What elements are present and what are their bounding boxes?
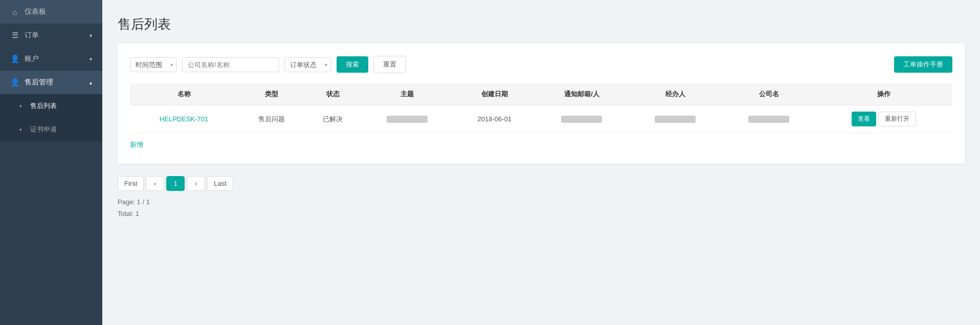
first-page-button[interactable]: First	[118, 176, 144, 191]
add-link[interactable]: 新增	[130, 133, 143, 151]
page-title: 售后列表	[118, 15, 965, 33]
search-button[interactable]: 搜索	[337, 56, 368, 73]
manual-button[interactable]: 工单操作手册	[894, 56, 952, 73]
helpdesk-link[interactable]: HELPDESK-701	[160, 115, 208, 123]
table-row: HELPDESK-701 售后问题 已解决 2018-06-01	[130, 105, 952, 133]
sidebar-item-aftersale-list[interactable]: 售后列表	[0, 94, 102, 118]
company-name-input[interactable]	[182, 57, 279, 72]
table-header-row: 名称 类型 状态 主题 创建日期 通知邮箱/人 经办人 公司名 操作	[130, 83, 952, 105]
last-page-button[interactable]: Last	[207, 176, 233, 191]
handler-blurred	[655, 116, 696, 123]
chevron-down-icon: ▾	[90, 56, 92, 62]
cell-subject	[361, 105, 454, 133]
prev-page-button[interactable]: ‹	[146, 176, 164, 191]
cell-type: 售后问题	[238, 105, 305, 133]
chevron-down-icon: ▾	[90, 33, 92, 38]
content-card: 时间范围 ▾ 订单状态 ▾ 搜索 重置 工单操作手册 名称 类型 状态	[118, 44, 965, 164]
order-status-select-wrapper: 订单状态 ▾	[284, 57, 331, 72]
sidebar: ⌂ 仪表板 ☰ 订单 ▾ 👤 账户 ▾ 👤 售后管理 ▴ 售后列表 证书申请	[0, 0, 102, 325]
action-buttons: 查看 重新打开	[821, 112, 947, 126]
page-1-button[interactable]: 1	[166, 176, 185, 191]
subject-blurred	[387, 116, 428, 123]
sidebar-item-dashboard[interactable]: ⌂ 仪表板	[0, 0, 102, 24]
view-button[interactable]: 查看	[852, 112, 876, 126]
sidebar-submenu-label: 证书申请	[30, 125, 57, 134]
cell-name: HELPDESK-701	[130, 105, 238, 133]
cell-date: 2018-06-01	[454, 105, 535, 133]
col-notify: 通知邮箱/人	[535, 83, 629, 105]
col-handler: 经办人	[629, 83, 722, 105]
orders-icon: ☰	[10, 31, 19, 40]
sidebar-submenu-label: 售后列表	[30, 101, 57, 111]
col-action: 操作	[816, 83, 952, 105]
next-page-button[interactable]: ›	[187, 176, 205, 191]
filter-bar: 时间范围 ▾ 订单状态 ▾ 搜索 重置 工单操作手册	[130, 56, 952, 73]
sidebar-item-label: 售后管理	[25, 78, 53, 87]
col-date: 创建日期	[454, 83, 535, 105]
cell-actions: 查看 重新打开	[816, 105, 952, 133]
cell-handler	[629, 105, 722, 133]
cell-notify	[535, 105, 629, 133]
home-icon: ⌂	[10, 8, 19, 16]
sidebar-item-orders[interactable]: ☰ 订单 ▾	[0, 24, 102, 47]
reset-button[interactable]: 重置	[373, 56, 406, 73]
sidebar-item-accounts[interactable]: 👤 账户 ▾	[0, 47, 102, 71]
cell-company	[722, 105, 816, 133]
pagination: First ‹ 1 › Last	[118, 176, 965, 191]
cell-status: 已解决	[305, 105, 361, 133]
col-subject: 主题	[361, 83, 454, 105]
sidebar-item-aftersale[interactable]: 👤 售后管理 ▴	[0, 71, 102, 94]
page-label: Page: 1 / 1	[118, 196, 965, 208]
col-name: 名称	[130, 83, 238, 105]
aftersale-icon: 👤	[10, 78, 19, 87]
time-range-select[interactable]: 时间范围	[130, 57, 177, 72]
sidebar-item-label: 账户	[25, 54, 39, 63]
sidebar-item-certificate[interactable]: 证书申请	[0, 118, 102, 141]
order-status-select[interactable]: 订单状态	[284, 57, 331, 72]
notify-blurred	[561, 116, 602, 123]
col-type: 类型	[238, 83, 305, 105]
company-blurred	[748, 116, 789, 123]
time-range-select-wrapper: 时间范围 ▾	[130, 57, 177, 72]
sidebar-item-label: 仪表板	[25, 7, 46, 16]
col-status: 状态	[305, 83, 361, 105]
page-info: Page: 1 / 1 Total: 1	[118, 196, 965, 220]
total-label: Total: 1	[118, 208, 965, 220]
reopen-button[interactable]: 重新打开	[878, 112, 916, 126]
main-content: 售后列表 时间范围 ▾ 订单状态 ▾ 搜索 重置 工单操作手册	[102, 0, 980, 325]
accounts-icon: 👤	[10, 54, 19, 63]
aftersale-table: 名称 类型 状态 主题 创建日期 通知邮箱/人 经办人 公司名 操作 HELPD…	[130, 83, 952, 133]
col-company: 公司名	[722, 83, 816, 105]
sidebar-item-label: 订单	[25, 31, 39, 40]
aftersale-submenu: 售后列表 证书申请	[0, 94, 102, 141]
chevron-up-icon: ▴	[90, 80, 92, 85]
